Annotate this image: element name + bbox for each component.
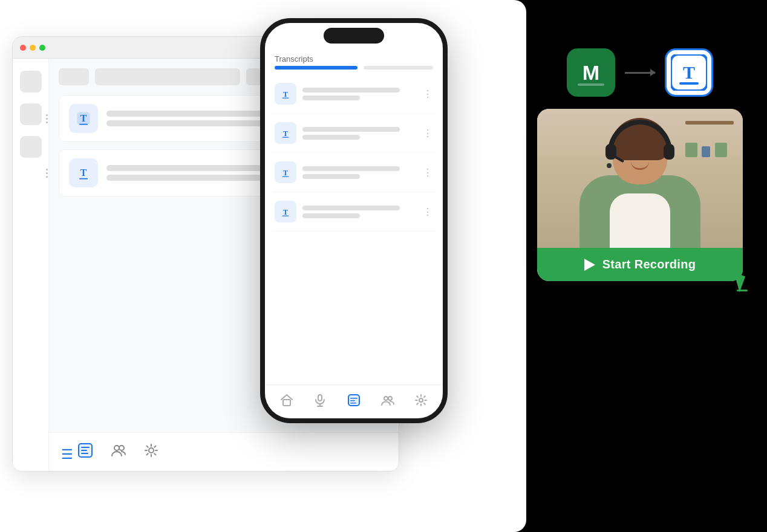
drag-handle xyxy=(46,169,48,178)
svg-point-34 xyxy=(384,397,388,400)
phone-item-text-3 xyxy=(302,166,417,179)
people-phone-icon xyxy=(381,394,394,407)
sidebar-item-3[interactable] xyxy=(20,136,42,158)
phone-item-icon: T xyxy=(275,83,296,105)
phone-text-sub-2 xyxy=(302,135,360,140)
phone-t-icon-4: T xyxy=(279,205,292,218)
drag-handle xyxy=(46,114,48,123)
phone-mockup: Transcripts T ⋮ xyxy=(260,18,448,423)
phone-list-item[interactable]: T ⋮ xyxy=(272,114,436,153)
svg-rect-25 xyxy=(282,215,289,216)
phone-item-icon-2: T xyxy=(275,122,296,144)
svg-rect-26 xyxy=(283,400,290,406)
svg-text:T: T xyxy=(283,90,288,99)
phone-text-title-2 xyxy=(302,127,400,132)
phone-text-title xyxy=(302,88,400,92)
svg-text:T: T xyxy=(80,113,87,123)
phone-list-item[interactable]: T ⋮ xyxy=(272,153,436,192)
sidebar-item-2[interactable] xyxy=(20,103,42,125)
mic-icon xyxy=(313,394,327,407)
phone-item-icon-3: T xyxy=(275,161,296,183)
home-icon xyxy=(280,394,293,407)
svg-rect-22 xyxy=(282,176,289,177)
filter-all[interactable] xyxy=(59,68,89,85)
video-card: Start Recording xyxy=(537,109,743,281)
svg-text:T: T xyxy=(80,167,87,178)
svg-text:M: M xyxy=(583,61,599,84)
more-options-icon[interactable]: ⋮ xyxy=(423,88,433,100)
phone-t-icon: T xyxy=(279,87,292,100)
svg-rect-31 xyxy=(350,398,357,399)
svg-point-13 xyxy=(149,448,154,453)
person-shirt xyxy=(610,193,670,248)
video-preview xyxy=(537,109,743,248)
svg-text:T: T xyxy=(683,62,695,82)
integration-arrow xyxy=(625,72,655,74)
t-logo-icon: T xyxy=(75,110,92,127)
maximize-button[interactable] xyxy=(39,45,45,51)
svg-text:T: T xyxy=(283,129,288,138)
phone-tab-active[interactable] xyxy=(275,66,357,70)
phone-text-title-4 xyxy=(302,206,400,210)
svg-rect-42 xyxy=(679,82,699,85)
item-icon-box: T xyxy=(69,104,98,133)
right-section: M T xyxy=(525,48,755,281)
svg-text:T: T xyxy=(283,169,288,177)
phone-bottom-nav xyxy=(265,384,443,418)
phone-screen: Transcripts T ⋮ xyxy=(265,23,443,418)
phone-nav-mic-icon[interactable] xyxy=(313,394,327,410)
svg-point-12 xyxy=(119,446,124,450)
headphone-arc xyxy=(608,120,672,153)
phone-list-item[interactable]: T ⋮ xyxy=(272,74,436,114)
phone-item-text-4 xyxy=(302,206,417,218)
nav-transcripts-icon[interactable] xyxy=(61,442,94,462)
start-recording-label: Start Recording xyxy=(602,258,696,271)
transcripts-phone-icon xyxy=(347,394,361,407)
arrow-line xyxy=(625,72,655,74)
item-subtitle-line xyxy=(106,120,270,126)
settings-phone-icon xyxy=(414,394,428,407)
start-recording-button[interactable]: Start Recording xyxy=(537,248,743,281)
phone-t-icon-3: T xyxy=(279,166,292,179)
svg-rect-6 xyxy=(79,178,88,180)
svg-rect-3 xyxy=(79,124,88,125)
svg-rect-33 xyxy=(350,403,356,404)
phone-t-icon-2: T xyxy=(279,126,292,140)
minimize-button[interactable] xyxy=(30,45,36,51)
settings-nav-svg xyxy=(143,443,159,458)
more-options-icon-3[interactable]: ⋮ xyxy=(423,167,433,178)
more-options-icon-2[interactable]: ⋮ xyxy=(423,128,433,139)
phone-tabs xyxy=(265,66,443,70)
filter-recent[interactable] xyxy=(95,68,240,85)
item-icon-box: T xyxy=(69,158,98,187)
phone-text-sub xyxy=(302,96,360,100)
person-smile xyxy=(631,161,649,170)
phone-notch xyxy=(324,28,384,44)
nav-people-icon[interactable] xyxy=(111,443,126,462)
more-options-icon-4[interactable]: ⋮ xyxy=(423,206,433,218)
phone-list-item[interactable]: T ⋮ xyxy=(272,192,436,232)
cursor-tail xyxy=(737,290,748,291)
phone-item-text xyxy=(302,88,417,100)
phone-item-text-2 xyxy=(302,127,417,140)
sidebar-item-1[interactable] xyxy=(20,71,42,92)
svg-rect-10 xyxy=(81,453,88,454)
phone-nav-settings-icon[interactable] xyxy=(414,394,428,410)
phone-text-sub-3 xyxy=(302,174,360,179)
phone-nav-home-icon[interactable] xyxy=(280,394,293,410)
meet-integration-icon: M xyxy=(567,48,615,97)
nav-settings-icon[interactable] xyxy=(143,443,159,462)
phone-nav-transcripts-icon[interactable] xyxy=(347,394,361,410)
phone-nav-people-icon[interactable] xyxy=(381,394,394,410)
close-button[interactable] xyxy=(20,45,26,51)
people-nav-svg xyxy=(111,443,126,458)
transcribe-integration-icon: T xyxy=(665,48,713,97)
t-logo-icon-2: T xyxy=(75,164,92,181)
phone-tab-inactive[interactable] xyxy=(364,66,433,70)
headphone-cup-right xyxy=(664,144,674,160)
transcribe-icon-svg: T xyxy=(671,54,707,91)
desktop-sidebar xyxy=(13,59,49,471)
svg-rect-8 xyxy=(81,447,90,448)
item-subtitle-line-2 xyxy=(106,175,270,181)
svg-rect-16 xyxy=(282,97,289,98)
